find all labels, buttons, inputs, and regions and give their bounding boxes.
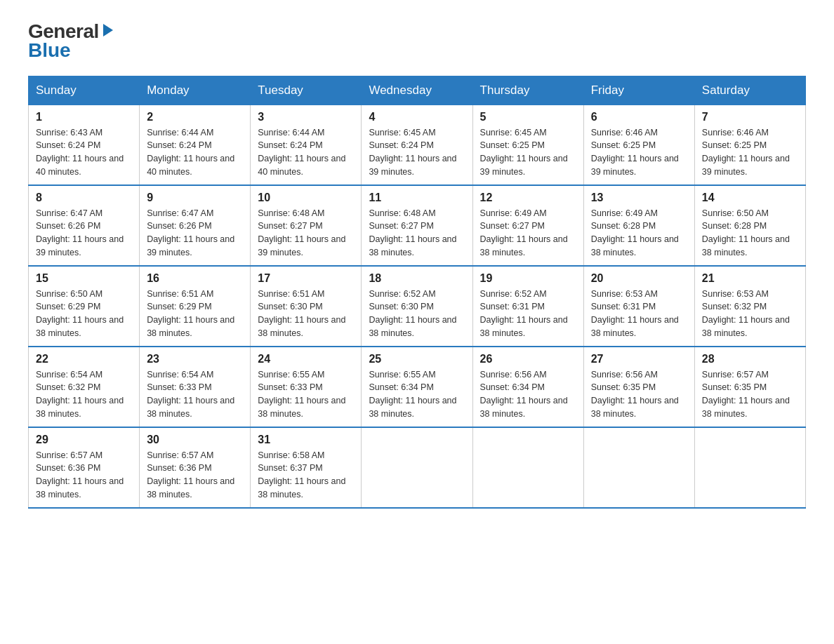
day-number: 6: [591, 111, 687, 123]
day-info: Sunrise: 6:55 AM Sunset: 6:33 PM Dayligh…: [258, 368, 354, 421]
day-number: 2: [147, 111, 243, 123]
day-info: Sunrise: 6:54 AM Sunset: 6:33 PM Dayligh…: [147, 368, 243, 421]
day-info: Sunrise: 6:50 AM Sunset: 6:29 PM Dayligh…: [36, 288, 132, 340]
day-info: Sunrise: 6:50 AM Sunset: 6:28 PM Dayligh…: [702, 207, 798, 260]
day-number: 25: [369, 353, 465, 365]
day-info: Sunrise: 6:47 AM Sunset: 6:26 PM Dayligh…: [147, 207, 243, 260]
day-number: 29: [36, 434, 132, 446]
day-number: 21: [702, 272, 798, 285]
calendar-day-cell: 21 Sunrise: 6:53 AM Sunset: 6:32 PM Dayl…: [694, 266, 805, 347]
calendar-header-cell: Monday: [140, 76, 251, 105]
calendar-day-cell: 18 Sunrise: 6:52 AM Sunset: 6:30 PM Dayl…: [362, 266, 472, 347]
day-info: Sunrise: 6:57 AM Sunset: 6:35 PM Dayligh…: [702, 368, 798, 421]
calendar-day-cell: 12 Sunrise: 6:49 AM Sunset: 6:27 PM Dayl…: [472, 185, 583, 266]
calendar-day-cell: 4 Sunrise: 6:45 AM Sunset: 6:24 PM Dayli…: [362, 105, 472, 185]
day-number: 20: [591, 272, 687, 285]
calendar-day-cell: 19 Sunrise: 6:52 AM Sunset: 6:31 PM Dayl…: [472, 266, 583, 347]
day-info: Sunrise: 6:44 AM Sunset: 6:24 PM Dayligh…: [147, 126, 243, 179]
svg-marker-0: [103, 24, 113, 36]
day-number: 23: [147, 353, 243, 365]
calendar-day-cell: 25 Sunrise: 6:55 AM Sunset: 6:34 PM Dayl…: [362, 347, 472, 427]
calendar-week-row: 22 Sunrise: 6:54 AM Sunset: 6:32 PM Dayl…: [29, 347, 806, 427]
calendar-day-cell: 22 Sunrise: 6:54 AM Sunset: 6:32 PM Dayl…: [29, 347, 140, 427]
calendar-day-cell: [362, 427, 472, 508]
day-number: 22: [36, 353, 132, 365]
day-number: 14: [702, 192, 798, 204]
calendar-day-cell: 31 Sunrise: 6:58 AM Sunset: 6:37 PM Dayl…: [251, 427, 362, 508]
calendar-day-cell: [694, 427, 805, 508]
day-number: 18: [369, 272, 465, 285]
day-number: 19: [480, 272, 576, 285]
day-number: 1: [36, 111, 132, 123]
calendar-day-cell: 9 Sunrise: 6:47 AM Sunset: 6:26 PM Dayli…: [140, 185, 251, 266]
calendar-body: 1 Sunrise: 6:43 AM Sunset: 6:24 PM Dayli…: [29, 105, 806, 508]
day-number: 11: [369, 192, 465, 204]
calendar-header-cell: Tuesday: [251, 76, 362, 105]
day-number: 7: [702, 111, 798, 123]
calendar-day-cell: 15 Sunrise: 6:50 AM Sunset: 6:29 PM Dayl…: [29, 266, 140, 347]
logo-arrow-icon: [100, 22, 116, 38]
calendar-header-cell: Thursday: [472, 76, 583, 105]
day-number: 5: [480, 111, 576, 123]
day-info: Sunrise: 6:48 AM Sunset: 6:27 PM Dayligh…: [258, 207, 354, 260]
day-number: 30: [147, 434, 243, 446]
calendar-day-cell: 27 Sunrise: 6:56 AM Sunset: 6:35 PM Dayl…: [583, 347, 694, 427]
calendar-day-cell: 24 Sunrise: 6:55 AM Sunset: 6:33 PM Dayl…: [251, 347, 362, 427]
day-number: 12: [480, 192, 576, 204]
day-info: Sunrise: 6:46 AM Sunset: 6:25 PM Dayligh…: [702, 126, 798, 179]
day-info: Sunrise: 6:57 AM Sunset: 6:36 PM Dayligh…: [36, 449, 132, 502]
day-info: Sunrise: 6:52 AM Sunset: 6:31 PM Dayligh…: [480, 288, 576, 340]
calendar-day-cell: 28 Sunrise: 6:57 AM Sunset: 6:35 PM Dayl…: [694, 347, 805, 427]
calendar-week-row: 15 Sunrise: 6:50 AM Sunset: 6:29 PM Dayl…: [29, 266, 806, 347]
day-number: 15: [36, 272, 132, 285]
calendar-week-row: 8 Sunrise: 6:47 AM Sunset: 6:26 PM Dayli…: [29, 185, 806, 266]
calendar-day-cell: [583, 427, 694, 508]
day-number: 17: [258, 272, 354, 285]
calendar-day-cell: 23 Sunrise: 6:54 AM Sunset: 6:33 PM Dayl…: [140, 347, 251, 427]
day-number: 9: [147, 192, 243, 204]
day-number: 13: [591, 192, 687, 204]
logo-blue-text: Blue: [28, 40, 71, 62]
day-number: 24: [258, 353, 354, 365]
calendar-day-cell: 26 Sunrise: 6:56 AM Sunset: 6:34 PM Dayl…: [472, 347, 583, 427]
calendar-day-cell: 10 Sunrise: 6:48 AM Sunset: 6:27 PM Dayl…: [251, 185, 362, 266]
day-number: 4: [369, 111, 465, 123]
calendar-header: SundayMondayTuesdayWednesdayThursdayFrid…: [29, 76, 806, 105]
day-info: Sunrise: 6:55 AM Sunset: 6:34 PM Dayligh…: [369, 368, 465, 421]
page-header: General Blue: [28, 21, 806, 62]
day-info: Sunrise: 6:46 AM Sunset: 6:25 PM Dayligh…: [591, 126, 687, 179]
calendar-day-cell: 1 Sunrise: 6:43 AM Sunset: 6:24 PM Dayli…: [29, 105, 140, 185]
day-number: 28: [702, 353, 798, 365]
calendar-week-row: 29 Sunrise: 6:57 AM Sunset: 6:36 PM Dayl…: [29, 427, 806, 508]
day-info: Sunrise: 6:45 AM Sunset: 6:24 PM Dayligh…: [369, 126, 465, 179]
day-info: Sunrise: 6:47 AM Sunset: 6:26 PM Dayligh…: [36, 207, 132, 260]
day-info: Sunrise: 6:51 AM Sunset: 6:29 PM Dayligh…: [147, 288, 243, 340]
calendar-day-cell: 7 Sunrise: 6:46 AM Sunset: 6:25 PM Dayli…: [694, 105, 805, 185]
calendar-table: SundayMondayTuesdayWednesdayThursdayFrid…: [28, 76, 806, 509]
day-info: Sunrise: 6:52 AM Sunset: 6:30 PM Dayligh…: [369, 288, 465, 340]
day-number: 3: [258, 111, 354, 123]
calendar-day-cell: [472, 427, 583, 508]
day-info: Sunrise: 6:49 AM Sunset: 6:27 PM Dayligh…: [480, 207, 576, 260]
day-number: 27: [591, 353, 687, 365]
calendar-day-cell: 16 Sunrise: 6:51 AM Sunset: 6:29 PM Dayl…: [140, 266, 251, 347]
day-info: Sunrise: 6:57 AM Sunset: 6:36 PM Dayligh…: [147, 449, 243, 502]
calendar-day-cell: 30 Sunrise: 6:57 AM Sunset: 6:36 PM Dayl…: [140, 427, 251, 508]
calendar-day-cell: 17 Sunrise: 6:51 AM Sunset: 6:30 PM Dayl…: [251, 266, 362, 347]
day-number: 8: [36, 192, 132, 204]
calendar-week-row: 1 Sunrise: 6:43 AM Sunset: 6:24 PM Dayli…: [29, 105, 806, 185]
calendar-header-cell: Saturday: [694, 76, 805, 105]
day-info: Sunrise: 6:44 AM Sunset: 6:24 PM Dayligh…: [258, 126, 354, 179]
calendar-day-cell: 8 Sunrise: 6:47 AM Sunset: 6:26 PM Dayli…: [29, 185, 140, 266]
calendar-day-cell: 11 Sunrise: 6:48 AM Sunset: 6:27 PM Dayl…: [362, 185, 472, 266]
day-info: Sunrise: 6:53 AM Sunset: 6:31 PM Dayligh…: [591, 288, 687, 340]
day-info: Sunrise: 6:56 AM Sunset: 6:35 PM Dayligh…: [591, 368, 687, 421]
calendar-day-cell: 29 Sunrise: 6:57 AM Sunset: 6:36 PM Dayl…: [29, 427, 140, 508]
calendar-day-cell: 14 Sunrise: 6:50 AM Sunset: 6:28 PM Dayl…: [694, 185, 805, 266]
calendar-header-cell: Friday: [583, 76, 694, 105]
calendar-header-row: SundayMondayTuesdayWednesdayThursdayFrid…: [29, 76, 806, 105]
calendar-header-cell: Sunday: [29, 76, 140, 105]
day-info: Sunrise: 6:48 AM Sunset: 6:27 PM Dayligh…: [369, 207, 465, 260]
calendar-header-cell: Wednesday: [362, 76, 472, 105]
day-info: Sunrise: 6:54 AM Sunset: 6:32 PM Dayligh…: [36, 368, 132, 421]
